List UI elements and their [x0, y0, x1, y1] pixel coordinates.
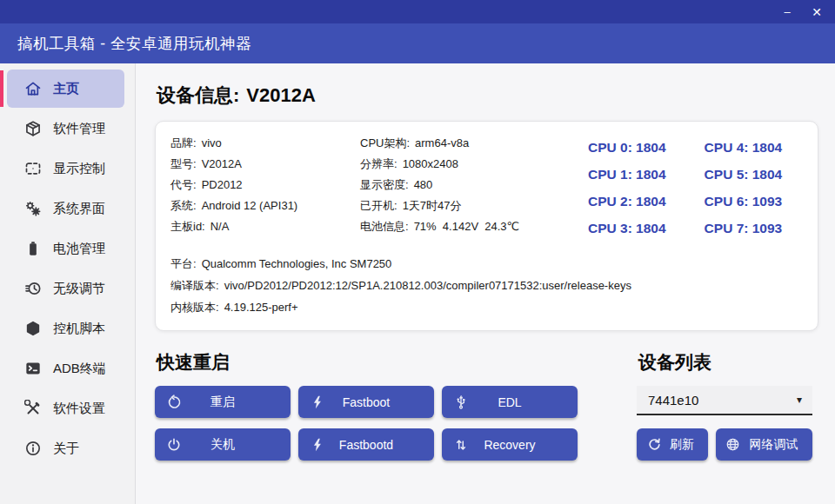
info-row: 显示密度:480 — [360, 175, 588, 196]
app-header: 搞机工具箱 - 全安卓通用玩机神器 — [0, 23, 835, 63]
sidebar-item-battery[interactable]: 电池管理 — [7, 229, 124, 268]
gears-icon — [24, 200, 42, 217]
shutdown-button[interactable]: 关机 — [155, 428, 291, 461]
info-row: CPU架构:arm64-v8a — [360, 133, 588, 154]
sidebar: 主页 软件管理 显示控制 系统界面 电池管理 — [0, 63, 136, 504]
info-row: 已开机:1天7时47分 — [360, 196, 588, 216]
info-row: 编译版本:vivo/PD2012/PD2012:12/SP1A.210812.0… — [170, 275, 804, 296]
sidebar-item-label: ADB终端 — [53, 361, 106, 377]
cpu-freq: CPU 4: 1804 — [705, 134, 783, 161]
cpu-freq: CPU 2: 1804 — [588, 188, 666, 215]
reboot-button[interactable]: 重启 — [155, 386, 291, 418]
sidebar-item-label: 显示控制 — [53, 161, 105, 177]
cpu-freq: CPU 3: 1804 — [588, 215, 666, 242]
quick-restart-section: 快速重启 重启 Fastboot — [155, 346, 578, 461]
power-icon — [166, 437, 182, 453]
lightning-icon — [310, 395, 325, 410]
info-row: 平台:Qualcomm Technologies, Inc SM7250 — [170, 253, 804, 275]
restart-icon — [166, 395, 182, 410]
cpu-freq: CPU 1: 1804 — [588, 161, 666, 188]
sidebar-item-stepless-tuning[interactable]: 无级调节 — [7, 269, 124, 308]
device-list-title: 设备列表 — [638, 350, 812, 375]
sidebar-item-label: 无级调节 — [53, 281, 105, 297]
device-info-panel: 品牌:vivo 型号:V2012A 代号:PD2012 系统:Android 1… — [155, 121, 818, 331]
app-title: 搞机工具箱 - 全安卓通用玩机神器 — [17, 33, 251, 54]
sidebar-item-label: 控机脚本 — [53, 321, 105, 337]
recovery-button[interactable]: Recovery — [442, 428, 578, 461]
sidebar-item-label: 主页 — [53, 81, 79, 97]
sidebar-item-home[interactable]: 主页 — [7, 70, 124, 108]
fastbootd-button[interactable]: Fastbootd — [298, 428, 434, 461]
info-row: 内核版本:4.19.125-perf+ — [170, 296, 804, 318]
cpu-freq: CPU 7: 1093 — [705, 215, 783, 242]
globe-icon — [725, 437, 740, 453]
sidebar-item-script[interactable]: 控机脚本 — [7, 309, 124, 348]
build-info-section: 平台:Qualcomm Technologies, Inc SM7250 编译版… — [170, 253, 804, 318]
info-row: 品牌:vivo — [170, 133, 360, 154]
edl-button[interactable]: EDL — [442, 386, 578, 418]
refresh-button[interactable]: 刷新 — [637, 428, 708, 461]
main-content: 设备信息:V2012A 品牌:vivo 型号:V2012A 代号:PD2012 … — [136, 63, 835, 504]
quick-restart-title: 快速重启 — [157, 350, 578, 375]
refresh-icon — [646, 437, 662, 453]
device-name: V2012A — [246, 84, 316, 106]
info-row: 型号:V2012A — [170, 154, 360, 175]
battery-icon — [24, 240, 42, 257]
cpu-frequency-grid: CPU 0: 1804 CPU 1: 1804 CPU 2: 1804 CPU … — [588, 134, 782, 242]
info-row: 代号:PD2012 — [170, 175, 360, 196]
info-row: 分辨率:1080x2408 — [360, 154, 588, 175]
sidebar-item-label: 关于 — [53, 441, 79, 457]
lightning-icon — [310, 437, 325, 453]
fastboot-button[interactable]: Fastboot — [298, 386, 434, 418]
home-icon — [24, 80, 42, 97]
sidebar-item-about[interactable]: 关于 — [7, 429, 124, 468]
page-title: 设备信息:V2012A — [157, 83, 818, 109]
cpu-freq: CPU 5: 1804 — [705, 161, 783, 188]
info-icon — [24, 440, 42, 457]
terminal-icon — [24, 360, 42, 377]
device-select-dropdown[interactable]: 7441e10 ▾ — [637, 386, 812, 415]
sidebar-item-system-ui[interactable]: 系统界面 — [7, 189, 124, 228]
dropdown-caret-icon: ▾ — [797, 394, 802, 406]
cpu-freq: CPU 6: 1093 — [705, 188, 783, 215]
active-indicator — [0, 70, 3, 107]
sidebar-item-app-manager[interactable]: 软件管理 — [7, 109, 124, 148]
display-icon — [24, 160, 42, 177]
basic-info-column: 品牌:vivo 型号:V2012A 代号:PD2012 系统:Android 1… — [170, 133, 360, 242]
sidebar-item-label: 电池管理 — [53, 241, 105, 257]
device-list-section: 设备列表 7441e10 ▾ 刷新 — [637, 346, 812, 461]
timer-icon — [24, 280, 42, 297]
info-row: 电池信息:71% 4.142V 24.3℃ — [360, 216, 588, 237]
title-bar: – ✕ — [0, 0, 835, 23]
up-down-icon — [453, 437, 469, 453]
close-button[interactable]: ✕ — [802, 0, 832, 23]
sidebar-item-adb-terminal[interactable]: ADB终端 — [7, 349, 124, 388]
device-info-label: 设备信息: — [157, 84, 239, 106]
sidebar-item-label: 软件设置 — [53, 401, 105, 417]
package-icon — [24, 120, 42, 137]
network-debug-button[interactable]: 网络调试 — [716, 428, 812, 461]
tools-icon — [24, 400, 42, 417]
sidebar-item-settings[interactable]: 软件设置 — [7, 389, 124, 428]
info-row: 系统:Android 12 (API31) — [170, 196, 360, 216]
usb-icon — [453, 395, 469, 410]
sidebar-item-label: 系统界面 — [53, 201, 105, 217]
sidebar-item-display-control[interactable]: 显示控制 — [7, 149, 124, 188]
selected-device: 7441e10 — [648, 393, 698, 408]
system-info-column: CPU架构:arm64-v8a 分辨率:1080x2408 显示密度:480 已… — [360, 133, 588, 242]
info-row: 主板id:N/A — [170, 216, 360, 237]
cpu-freq: CPU 0: 1804 — [588, 134, 666, 161]
minimize-button[interactable]: – — [772, 0, 802, 23]
sidebar-item-label: 软件管理 — [53, 121, 105, 137]
hexagon-icon — [24, 320, 42, 337]
